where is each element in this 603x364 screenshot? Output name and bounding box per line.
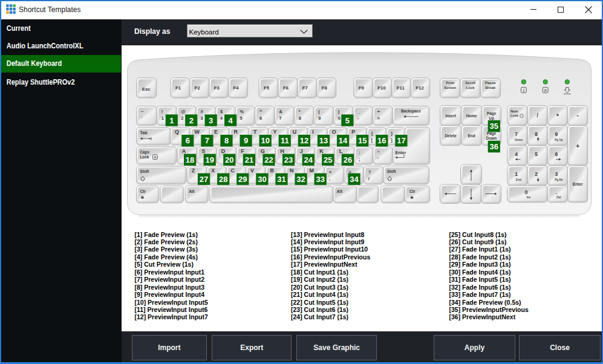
svg-text:25: 25 [324, 155, 332, 164]
svg-text:Lock: Lock [510, 114, 519, 117]
svg-text:15: 15 [358, 136, 367, 145]
svg-text:35: 35 [490, 122, 498, 131]
svg-text:2: 2 [189, 116, 194, 125]
svg-text:31: 31 [277, 175, 285, 184]
svg-text:F12: F12 [416, 85, 424, 91]
svg-text:11: 11 [281, 136, 289, 145]
svg-text:3: 3 [209, 116, 213, 125]
svg-text:32: 32 [296, 175, 305, 184]
svg-text:End: End [468, 134, 475, 138]
svg-text:Up: Up [489, 116, 494, 121]
svg-text:28: 28 [219, 175, 227, 184]
svg-text:": " [377, 150, 380, 155]
svg-text:F10: F10 [377, 85, 386, 91]
svg-text:{: { [371, 131, 373, 136]
svg-text:0: 0 [338, 115, 341, 121]
svg-text:F: F [241, 148, 244, 154]
svg-text:^: ^ [259, 109, 262, 114]
svg-text:1: 1 [161, 115, 164, 121]
svg-text:Y: Y [273, 129, 276, 135]
svg-text:Pause: Pause [485, 81, 496, 85]
svg-text:R: R [233, 129, 238, 135]
svg-text:&: & [279, 109, 282, 114]
svg-text:1: 1 [169, 116, 174, 125]
svg-text:Screen: Screen [444, 86, 456, 89]
svg-text:Break: Break [486, 86, 496, 89]
svg-text:9: 9 [555, 131, 558, 137]
svg-text:17: 17 [397, 136, 405, 145]
svg-text:?: ? [368, 169, 371, 175]
svg-text:Print: Print [446, 81, 454, 85]
svg-text:_: _ [357, 109, 360, 114]
svg-text:Shift: Shift [387, 169, 396, 174]
svg-text:1: 1 [515, 171, 518, 177]
svg-text:22: 22 [264, 155, 273, 164]
svg-text:Insert: Insert [445, 114, 456, 118]
svg-text:Alt: Alt [337, 189, 343, 193]
svg-text:O: O [332, 129, 336, 135]
svg-text:Shift: Shift [140, 169, 149, 174]
svg-text:-: - [576, 112, 578, 119]
svg-text:30: 30 [258, 175, 266, 184]
svg-text:Enter: Enter [573, 182, 583, 186]
svg-text:27: 27 [200, 175, 208, 184]
svg-text:H: H [280, 148, 284, 154]
svg-text:F9: F9 [359, 85, 365, 91]
svg-text:34: 34 [350, 175, 359, 184]
svg-text:2: 2 [535, 171, 538, 177]
svg-text:19: 19 [205, 155, 213, 164]
svg-text:,: , [329, 176, 330, 181]
svg-text:9: 9 [244, 136, 248, 145]
svg-text:F8: F8 [322, 85, 328, 91]
svg-text:21: 21 [245, 155, 253, 164]
svg-text:13: 13 [319, 136, 328, 145]
svg-text:10: 10 [261, 136, 269, 145]
svg-text::: : [359, 150, 360, 155]
svg-text:F1: F1 [175, 85, 181, 91]
svg-text:}: } [391, 131, 393, 136]
svg-text:D: D [221, 148, 226, 154]
svg-text:Down: Down [486, 136, 497, 140]
svg-text:Lock: Lock [466, 86, 475, 89]
svg-text:14: 14 [339, 136, 348, 145]
svg-text:Page: Page [487, 111, 497, 116]
svg-text:K: K [319, 148, 324, 154]
svg-text:C: C [231, 167, 235, 174]
svg-text:Z: Z [192, 167, 195, 174]
svg-text:%: % [240, 109, 244, 114]
svg-text:Pg Up: Pg Up [555, 138, 563, 141]
svg-text:Caps: Caps [140, 150, 150, 155]
svg-text:8: 8 [299, 115, 301, 121]
svg-text:0: 0 [525, 189, 528, 195]
svg-text:X: X [211, 167, 215, 174]
svg-text:Scroll: Scroll [465, 81, 475, 85]
svg-text:F3: F3 [214, 85, 220, 91]
svg-text:33: 33 [316, 175, 324, 184]
svg-text:9: 9 [318, 115, 321, 121]
svg-text:Tab: Tab [140, 131, 148, 135]
svg-text:Num: Num [510, 109, 518, 113]
svg-text:!: ! [161, 109, 163, 114]
svg-text:F7: F7 [302, 85, 308, 91]
svg-text:F5: F5 [264, 85, 270, 91]
svg-text:2: 2 [181, 115, 183, 121]
svg-text:Backspace: Backspace [401, 109, 421, 114]
svg-text:5: 5 [535, 151, 538, 157]
svg-text:3: 3 [555, 171, 558, 177]
svg-text:8: 8 [535, 131, 538, 137]
svg-text:5: 5 [345, 116, 350, 125]
svg-text:A: A [544, 88, 547, 93]
svg-text:End: End [516, 178, 521, 181]
svg-text:Alt: Alt [189, 189, 195, 193]
svg-text:F11: F11 [397, 85, 405, 91]
svg-text:6: 6 [259, 115, 262, 121]
svg-text:T: T [253, 129, 257, 135]
svg-text:7: 7 [279, 115, 281, 121]
svg-text:16: 16 [377, 136, 386, 145]
svg-text:4: 4 [229, 116, 233, 125]
svg-text:Q: Q [175, 129, 179, 135]
svg-text:6: 6 [186, 136, 190, 145]
svg-text:~: ~ [141, 109, 144, 114]
svg-text:6: 6 [555, 151, 558, 157]
svg-text:Ctr: Ctr [409, 189, 416, 193]
